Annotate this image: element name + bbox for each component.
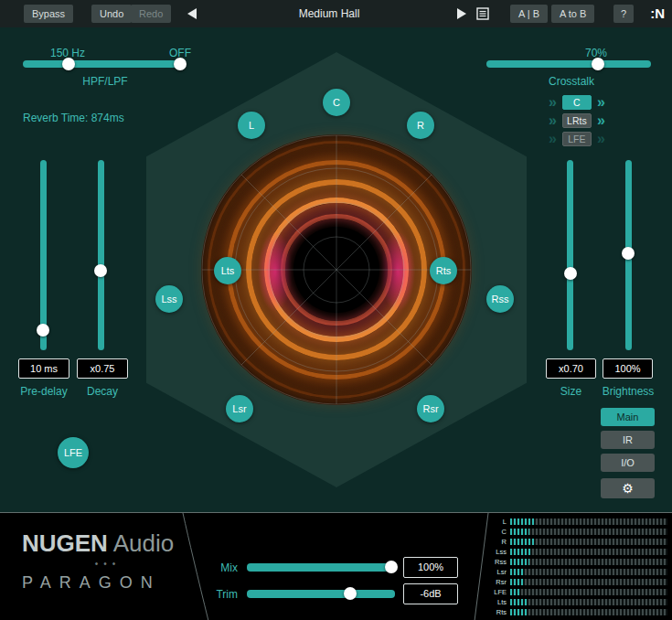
trim-value[interactable]: -6dB xyxy=(403,583,458,604)
meter-row: Lsr xyxy=(477,568,667,577)
meter-row: Rsr xyxy=(477,578,667,587)
pre-delay-value[interactable]: 10 ms xyxy=(18,358,69,379)
channel-node-lts[interactable]: Lts xyxy=(214,257,241,284)
route-button-c[interactable]: C xyxy=(562,95,592,110)
decay-fader-track[interactable] xyxy=(98,160,104,350)
redo-button[interactable]: Redo xyxy=(131,5,171,23)
settings-gear-button[interactable]: ⚙ xyxy=(601,478,655,498)
meter-bar xyxy=(510,589,667,595)
channel-node-c[interactable]: C xyxy=(323,89,350,116)
size-label: Size xyxy=(546,385,596,398)
meter-fill xyxy=(510,579,524,585)
meter-fill xyxy=(510,599,528,605)
trim-label: Trim xyxy=(203,588,238,601)
mix-slider-track[interactable] xyxy=(247,563,395,572)
meter-fill xyxy=(510,529,529,535)
mix-value[interactable]: 100% xyxy=(403,557,458,578)
meter-bar xyxy=(510,609,667,615)
size-value[interactable]: x0.70 xyxy=(546,358,596,379)
bypass-button[interactable]: Bypass xyxy=(24,5,73,23)
tab-main[interactable]: Main xyxy=(601,408,655,426)
hpf-lpf-slider-track[interactable] xyxy=(23,60,186,68)
route-out-chevron-icon[interactable]: » xyxy=(597,132,605,146)
footer-bar: NUGEN Audio ••• PARAGON Mix 100% Trim -6… xyxy=(0,512,672,620)
pre-delay-fader-handle[interactable] xyxy=(37,324,49,337)
crosstalk-label: Crosstalk xyxy=(526,75,617,88)
meter-channel-label: Rts xyxy=(477,608,507,616)
tab-io[interactable]: I/O xyxy=(601,454,655,472)
preset-list-icon[interactable] xyxy=(476,7,489,20)
decay-fader-handle[interactable] xyxy=(94,264,107,277)
route-out-chevron-icon[interactable]: » xyxy=(597,95,605,110)
route-in-chevron-icon[interactable]: » xyxy=(549,113,557,128)
meter-fill xyxy=(510,569,524,575)
next-preset-icon[interactable] xyxy=(457,8,466,19)
channel-node-l[interactable]: L xyxy=(238,112,265,139)
paragon-plugin-window: Bypass Undo Redo Medium Hall A | B A to … xyxy=(0,0,672,620)
meter-channel-label: Rss xyxy=(477,558,507,566)
meter-row: Lss xyxy=(477,547,667,556)
brand-dots: ••• xyxy=(80,559,135,569)
channel-node-rts[interactable]: Rts xyxy=(430,257,457,284)
meter-row: Rss xyxy=(477,557,667,566)
pre-delay-fader-track[interactable] xyxy=(40,160,47,350)
trim-slider-track[interactable] xyxy=(247,590,395,598)
meter-fill xyxy=(510,518,536,525)
mix-slider-handle[interactable] xyxy=(385,561,398,573)
meter-bar xyxy=(510,518,667,525)
meter-bar xyxy=(510,559,667,565)
tab-ir[interactable]: IR xyxy=(601,431,655,449)
help-button[interactable]: ? xyxy=(613,5,634,23)
pre-delay-label: Pre-delay xyxy=(13,385,75,398)
brightness-label: Brightness xyxy=(592,385,665,398)
trim-slider-handle[interactable] xyxy=(344,587,357,600)
meter-row: L xyxy=(477,517,667,526)
meter-bar xyxy=(510,539,667,545)
meter-channel-label: Rsr xyxy=(477,578,507,586)
hpf-lpf-label: HPF/LPF xyxy=(55,75,155,88)
decay-value[interactable]: x0.75 xyxy=(77,358,128,379)
route-button-lfe[interactable]: LFE xyxy=(562,132,592,146)
route-in-chevron-icon[interactable]: » xyxy=(549,132,557,146)
meter-row: LFE xyxy=(477,588,667,597)
channel-node-rsr[interactable]: Rsr xyxy=(417,395,444,422)
meter-fill xyxy=(510,549,530,555)
meter-row: C xyxy=(477,527,667,536)
brand-suffix: Audio xyxy=(108,529,174,557)
meter-channel-label: Lts xyxy=(477,598,507,606)
size-fader-handle[interactable] xyxy=(564,267,577,280)
meter-fill xyxy=(510,609,528,615)
brightness-fader-handle[interactable] xyxy=(622,247,635,260)
channel-node-r[interactable]: R xyxy=(407,112,434,139)
gear-icon: ⚙ xyxy=(622,481,634,496)
channel-node-rss[interactable]: Rss xyxy=(486,285,514,313)
meter-bar xyxy=(510,599,667,605)
meter-fill xyxy=(510,589,519,595)
route-button-lrts[interactable]: LRts xyxy=(562,113,592,128)
meter-bar xyxy=(510,549,667,555)
crosstalk-slider-track[interactable] xyxy=(486,60,651,68)
size-fader-track[interactable] xyxy=(567,160,573,350)
meter-channel-label: LFE xyxy=(477,588,507,596)
lpf-slider-handle[interactable] xyxy=(174,58,187,70)
a-to-b-button[interactable]: A to B xyxy=(551,5,594,23)
meter-channel-label: R xyxy=(477,538,507,546)
channel-node-lsr[interactable]: Lsr xyxy=(226,395,253,422)
route-in-chevron-icon[interactable]: » xyxy=(549,95,557,110)
brightness-value[interactable]: 100% xyxy=(603,358,653,379)
channel-node-lfe[interactable]: LFE xyxy=(58,437,89,468)
channel-node-lss[interactable]: Lss xyxy=(155,285,183,313)
route-out-chevron-icon[interactable]: » xyxy=(597,113,605,128)
crosstalk-slider-handle[interactable] xyxy=(592,58,604,70)
hpf-slider-handle[interactable] xyxy=(62,58,75,70)
decay-label: Decay xyxy=(77,385,128,398)
preset-name[interactable]: Medium Hall xyxy=(265,7,393,20)
meter-row: R xyxy=(477,537,667,546)
brand-name: NUGEN xyxy=(22,529,108,557)
meter-row: Lts xyxy=(477,598,667,607)
undo-button[interactable]: Undo xyxy=(91,5,132,23)
product-name: PARAGON xyxy=(22,573,161,593)
ab-compare-button[interactable]: A | B xyxy=(510,5,548,23)
prev-preset-icon[interactable] xyxy=(187,8,197,19)
meter-fill xyxy=(510,559,529,565)
